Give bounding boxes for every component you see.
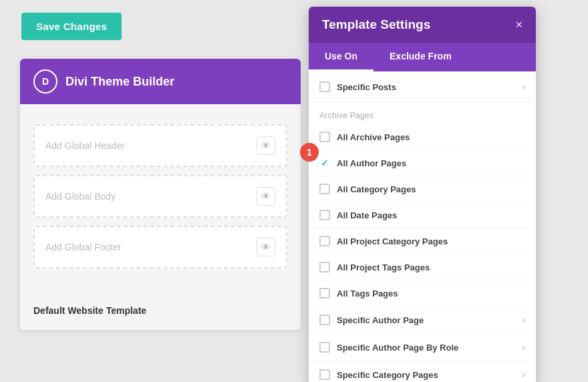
save-changes-button[interactable]: Save Changes <box>21 13 122 40</box>
specific-author-page-checkbox[interactable] <box>319 315 330 325</box>
all-archive-pages-label: All Archive Pages <box>337 132 410 142</box>
divi-panel-footer: Default Website Template <box>20 297 301 330</box>
specific-author-page-by-role-chevron: › <box>522 341 525 353</box>
specific-category-pages-chevron: › <box>522 369 525 381</box>
modal-header: Template Settings × <box>309 7 536 43</box>
global-body-visibility-toggle[interactable]: 👁 <box>257 187 275 206</box>
global-body-row[interactable]: Add Global Body 👁 <box>33 175 287 218</box>
list-row-left: ✓ All Author Pages <box>319 158 406 168</box>
specific-category-pages-label: Specific Category Pages <box>337 370 438 380</box>
specific-posts-label: Specific Posts <box>337 82 396 92</box>
all-date-pages-label: All Date Pages <box>337 210 397 220</box>
list-item[interactable]: All Category Pages <box>309 176 536 202</box>
template-settings-modal: Template Settings × Use On Exclude From … <box>309 7 536 382</box>
specific-posts-checkbox[interactable] <box>319 81 330 92</box>
global-footer-label: Add Global Footer <box>45 242 122 252</box>
all-category-pages-checkbox[interactable] <box>319 184 330 194</box>
step-badge: 1 <box>300 143 319 162</box>
list-item[interactable]: Specific Author Page › <box>309 307 536 334</box>
specific-author-page-by-role-label: Specific Author Page By Role <box>337 343 458 353</box>
list-row-left: All Category Pages <box>319 184 416 194</box>
list-row-left: All Project Tags Pages <box>319 262 430 272</box>
all-tags-pages-label: All Tags Pages <box>337 289 398 299</box>
all-author-pages-label: All Author Pages <box>337 158 406 168</box>
tab-exclude-from[interactable]: Exclude From <box>374 43 468 71</box>
global-footer-visibility-toggle[interactable]: 👁 <box>257 238 275 256</box>
list-row-left: Specific Author Page By Role <box>319 342 458 353</box>
list-item[interactable]: All Project Tags Pages <box>309 254 536 280</box>
modal-content: Specific Posts › Archive Pages All Archi… <box>309 71 536 382</box>
list-item[interactable]: ✓ All Author Pages <box>309 150 536 176</box>
list-row-left: All Project Category Pages <box>319 236 448 246</box>
divi-theme-builder-panel: D Divi Theme Builder Add Global Header 👁… <box>20 59 301 330</box>
all-archive-pages-checkbox[interactable] <box>319 132 330 142</box>
global-header-visibility-toggle[interactable]: 👁 <box>257 136 275 155</box>
modal-title: Template Settings <box>322 17 430 32</box>
all-category-pages-label: All Category Pages <box>337 184 416 194</box>
default-template-label: Default Website Template <box>33 305 146 316</box>
all-tags-pages-checkbox[interactable] <box>319 288 330 299</box>
list-row-left: All Tags Pages <box>319 288 398 299</box>
divi-panel-header: D Divi Theme Builder <box>20 59 301 104</box>
specific-author-page-by-role-checkbox[interactable] <box>319 342 330 353</box>
list-item[interactable]: All Archive Pages <box>309 124 536 150</box>
specific-author-page-label: Specific Author Page <box>337 315 424 325</box>
all-project-category-pages-label: All Project Category Pages <box>337 236 448 246</box>
all-project-tags-pages-label: All Project Tags Pages <box>337 262 430 272</box>
divi-logo: D <box>33 69 57 93</box>
list-row-left: All Archive Pages <box>319 132 410 142</box>
divi-panel-title: Divi Theme Builder <box>65 75 174 89</box>
list-item[interactable]: All Date Pages <box>309 202 536 228</box>
specific-category-pages-checkbox[interactable] <box>319 369 330 380</box>
specific-author-page-chevron: › <box>522 314 525 326</box>
all-date-pages-checkbox[interactable] <box>319 210 330 220</box>
list-row-left: All Date Pages <box>319 210 397 220</box>
global-footer-row[interactable]: Add Global Footer 👁 <box>33 226 287 268</box>
list-row-left: Specific Author Page <box>319 315 424 325</box>
list-item[interactable]: All Tags Pages <box>309 280 536 307</box>
list-item[interactable]: Specific Category Pages › <box>309 361 536 382</box>
list-row-left: Specific Category Pages <box>319 369 438 380</box>
all-project-category-pages-checkbox[interactable] <box>319 236 330 246</box>
specific-posts-chevron: › <box>522 81 525 93</box>
archive-pages-section-header: Archive Pages <box>309 103 536 124</box>
modal-close-button[interactable]: × <box>515 19 523 31</box>
specific-posts-row[interactable]: Specific Posts › <box>309 71 536 103</box>
specific-posts-left: Specific Posts <box>319 81 396 92</box>
global-header-row[interactable]: Add Global Header 👁 <box>33 124 287 167</box>
modal-tabs: Use On Exclude From <box>309 43 536 71</box>
divi-panel-body: Add Global Header 👁 Add Global Body 👁 Ad… <box>20 104 301 297</box>
global-body-label: Add Global Body <box>45 191 116 202</box>
list-item[interactable]: Specific Author Page By Role › <box>309 334 536 361</box>
global-header-label: Add Global Header <box>45 140 125 151</box>
list-item[interactable]: All Project Category Pages <box>309 228 536 254</box>
all-project-tags-pages-checkbox[interactable] <box>319 262 330 272</box>
tab-use-on[interactable]: Use On <box>309 43 374 71</box>
all-author-pages-check: ✓ <box>319 158 330 168</box>
